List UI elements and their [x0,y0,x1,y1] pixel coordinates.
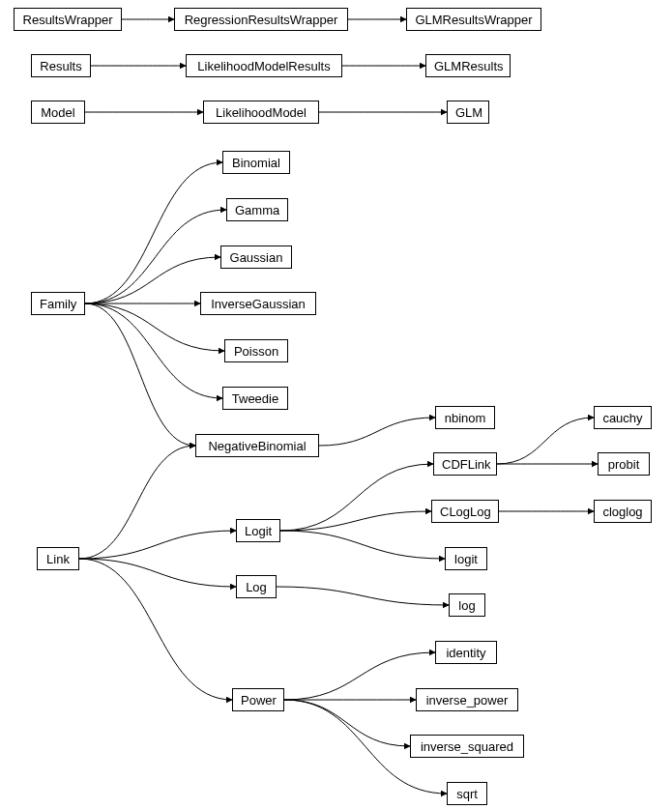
edge-logit-to-cdflink [280,464,433,531]
node-gaussian: Gaussian [220,246,292,269]
node-cloglog: cloglog [594,500,652,523]
node-inverse_squared: inverse_squared [410,735,524,758]
node-log: Log [236,575,277,598]
node-likelihoodmodel: LikelihoodModel [203,101,319,124]
node-log: log [449,593,485,617]
node-identity: identity [435,641,497,664]
node-inversegaussian: InverseGaussian [200,292,316,315]
node-glmresultswrapper: GLMResultsWrapper [406,8,541,31]
edge-link-to-power [79,559,232,700]
edge-negativebinomial-to-nbinom [319,418,435,446]
node-resultswrapper: ResultsWrapper [14,8,122,31]
edge-link-to-negativebinomial [79,446,195,559]
edge-link-to-logit [79,531,236,559]
node-tweedie: Tweedie [222,387,288,410]
node-cdflink: CDFLink [433,452,497,476]
edges-layer [0,0,672,809]
diagram-canvas: ResultsWrapperRegressionResultsWrapperGL… [0,0,672,809]
edge-log-to-log [277,587,449,605]
node-cloglog: CLogLog [431,500,499,523]
node-likelihoodmodelresults: LikelihoodModelResults [186,54,342,77]
node-link: Link [37,547,79,570]
edge-family-to-tweedie [85,303,222,398]
node-probit: probit [598,452,650,476]
edge-family-to-gamma [85,210,226,303]
node-logit: Logit [236,519,280,542]
node-logit: logit [445,547,487,570]
node-regressionresultswrapper: RegressionResultsWrapper [174,8,348,31]
node-poisson: Poisson [224,339,288,362]
edge-family-to-binomial [85,162,222,303]
node-sqrt: sqrt [447,782,487,805]
node-binomial: Binomial [222,151,290,174]
node-power: Power [232,688,284,711]
node-glmresults: GLMResults [425,54,511,77]
edge-link-to-log [79,559,236,587]
node-model: Model [31,101,85,124]
node-cauchy: cauchy [594,406,652,429]
edge-logit-to-logit [280,531,445,559]
node-nbinom: nbinom [435,406,495,429]
node-gamma: Gamma [226,198,288,221]
node-inverse_power: inverse_power [416,688,518,711]
edge-logit-to-cloglog [280,511,431,531]
edge-cdflink-to-cauchy [497,418,594,464]
edge-power-to-identity [284,652,435,700]
node-negativebinomial: NegativeBinomial [195,434,319,457]
edge-family-to-negativebinomial [85,303,195,446]
edge-power-to-inverse_squared [284,700,410,746]
node-glm: GLM [447,101,489,124]
node-family: Family [31,292,85,315]
node-results: Results [31,54,91,77]
